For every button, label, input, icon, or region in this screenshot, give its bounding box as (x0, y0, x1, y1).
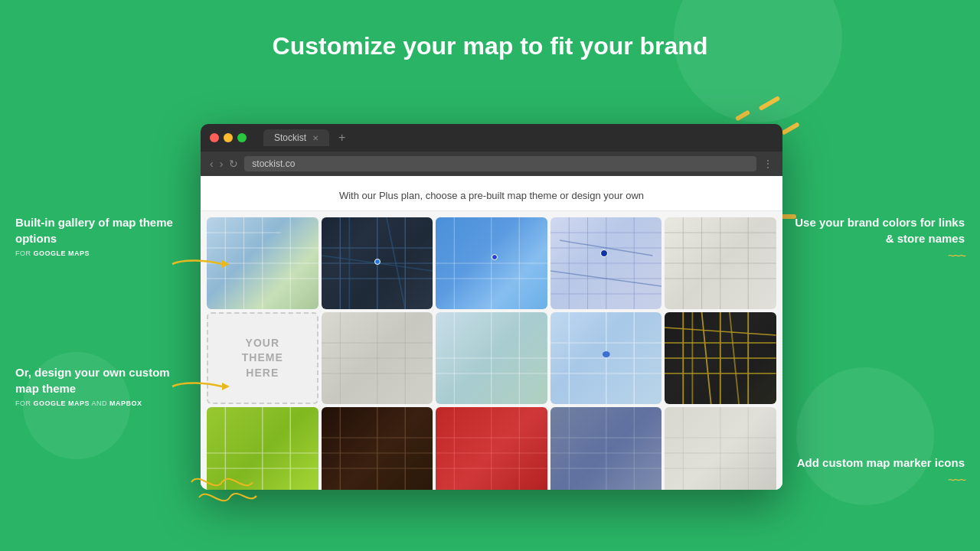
gallery-annotation: Built-in gallery of map theme options FO… (15, 214, 191, 257)
map-tile-grey[interactable] (665, 217, 776, 309)
custom-brand: GOOGLE MAPS (34, 399, 90, 407)
arrow-custom-icon (168, 375, 230, 398)
map-marker-blue (492, 254, 498, 260)
wavy-underline-1: ~~~ (789, 249, 965, 263)
custom-annotation-title: Or, design your own custom map theme (15, 364, 191, 396)
browser-toolbar: ‹ › ↻ stockist.co ⋮ (201, 152, 782, 176)
map-tile-grey-light[interactable] (322, 312, 433, 404)
map-theme-grid: YOUR THEME HERE (201, 211, 782, 490)
new-tab-button[interactable]: + (338, 131, 345, 145)
gallery-annotation-title: Built-in gallery of map theme options (15, 214, 191, 246)
map-tile-red[interactable] (436, 407, 547, 490)
map-tile-blue-light[interactable] (550, 312, 662, 404)
map-tile-grey-blue[interactable] (550, 407, 662, 490)
custom-sub-prefix: FOR (15, 399, 34, 407)
url-bar[interactable]: stockist.co (244, 156, 756, 171)
map-tile-dark[interactable] (322, 217, 433, 309)
browser-window: Stockist ✕ + ‹ › ↻ stockist.co ⋮ With ou… (201, 124, 782, 490)
svg-marker-1 (222, 383, 230, 390)
map-tile-dark-brown[interactable] (322, 407, 433, 490)
left-annotations-panel: Built-in gallery of map theme options FO… (15, 214, 191, 430)
map-tile-light-grey[interactable] (665, 407, 776, 490)
tab-close-button[interactable]: ✕ (312, 134, 318, 142)
gallery-sub-prefix: FOR (15, 249, 34, 257)
brand-colors-annotation: Use your brand colors for links & store … (789, 214, 965, 263)
map-tile-dark-gold[interactable] (665, 312, 776, 404)
browser-content: With our Plus plan, choose a pre-built m… (201, 176, 782, 490)
svg-marker-0 (222, 260, 230, 268)
browser-titlebar: Stockist ✕ + (201, 124, 782, 152)
traffic-light-yellow[interactable] (224, 133, 233, 142)
arrow-gallery-icon (168, 253, 230, 276)
squiggle-decoration (176, 467, 268, 513)
wavy-underline-2: ~~~ (789, 474, 965, 487)
traffic-light-green[interactable] (237, 133, 247, 142)
map-tile-blue-water[interactable] (436, 217, 547, 309)
gallery-brand: GOOGLE MAPS (34, 249, 90, 257)
svg-point-2 (603, 351, 610, 357)
map-tile-watercolor[interactable] (436, 312, 547, 404)
brand-colors-title: Use your brand colors for links & store … (789, 214, 965, 246)
browser-tab[interactable]: Stockist ✕ (263, 129, 329, 146)
tab-label: Stockist (274, 132, 306, 143)
right-annotations-panel: Use your brand colors for links & store … (789, 214, 965, 510)
deco-dash-3 (781, 122, 800, 135)
gallery-annotation-sub: FOR GOOGLE MAPS (15, 249, 191, 257)
custom-brand2: MAPBOX (109, 399, 142, 407)
content-subtitle: With our Plus plan, choose a pre-built m… (201, 176, 782, 211)
custom-and: AND (92, 399, 110, 407)
map-tile-line-blue[interactable] (550, 217, 662, 309)
custom-tile-text: YOUR THEME HERE (242, 336, 283, 381)
custom-markers-annotation: Add custom map marker icons ~~~ (789, 455, 965, 487)
custom-annotation: Or, design your own custom map theme FOR… (15, 364, 191, 407)
reload-button[interactable]: ↻ (229, 158, 238, 170)
traffic-light-red[interactable] (210, 133, 219, 142)
menu-button[interactable]: ⋮ (763, 158, 773, 170)
back-button[interactable]: ‹ (210, 158, 214, 170)
custom-annotation-sub: FOR GOOGLE MAPS AND MAPBOX (15, 399, 191, 407)
custom-markers-title: Add custom map marker icons (789, 455, 965, 471)
forward-button[interactable]: › (220, 158, 224, 170)
page-title: Customize your map to fit your brand (0, 0, 980, 74)
